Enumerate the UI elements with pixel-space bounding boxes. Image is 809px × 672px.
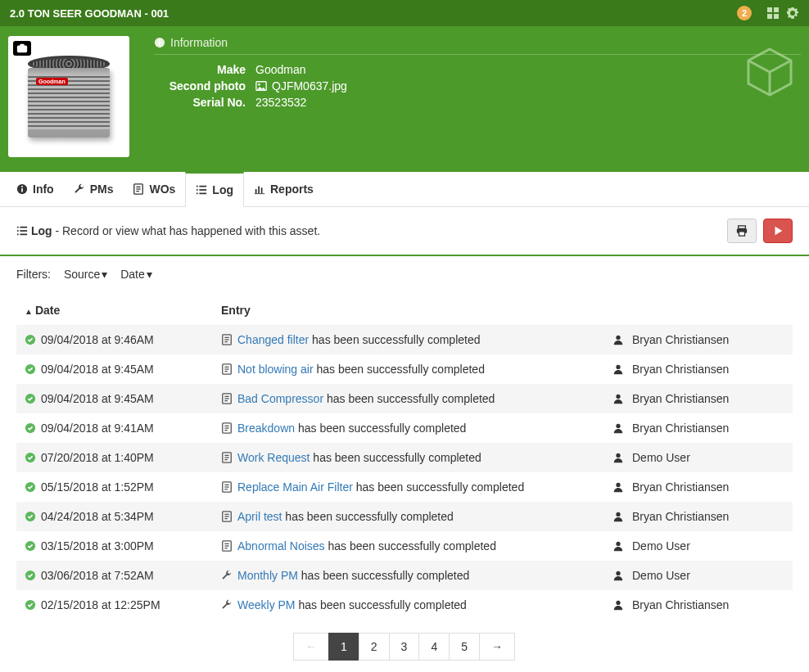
page-4[interactable]: 4 bbox=[418, 633, 450, 661]
filters-row: Filters: Source ▾ Date▾ bbox=[0, 256, 809, 292]
row-date: 04/24/2018 at 5:34PM bbox=[41, 510, 154, 523]
form-icon bbox=[221, 539, 233, 552]
log-table: ▲Date Entry 09/04/2018 at 9:46AMChanged … bbox=[16, 292, 793, 620]
row-date: 09/04/2018 at 9:46AM bbox=[41, 333, 154, 346]
form-icon bbox=[221, 480, 233, 494]
user-icon bbox=[612, 598, 624, 611]
log-subheader: Log - Record or view what has happened w… bbox=[0, 207, 809, 256]
page-next[interactable]: → bbox=[479, 633, 515, 661]
print-button[interactable] bbox=[727, 219, 757, 243]
row-user: Bryan Christiansen bbox=[632, 598, 729, 611]
gear-icon[interactable] bbox=[786, 7, 799, 20]
row-date: 05/15/2018 at 1:52PM bbox=[41, 480, 154, 494]
asset-photo[interactable]: Goodman bbox=[8, 36, 129, 157]
entry-suffix: has been successfully completed bbox=[282, 510, 453, 523]
row-user: Bryan Christiansen bbox=[632, 480, 729, 494]
tab-wos[interactable]: WOs bbox=[123, 172, 185, 206]
table-row: 02/15/2018 at 12:25PMWeekly PM has been … bbox=[16, 590, 793, 620]
filter-source[interactable]: Source ▾ bbox=[64, 268, 107, 281]
wrench-icon bbox=[221, 569, 233, 582]
qr-grid-icon[interactable] bbox=[766, 7, 780, 20]
user-icon bbox=[612, 363, 624, 376]
table-row: 09/04/2018 at 9:45AMBad Compressor has b… bbox=[16, 384, 793, 413]
check-circle-icon bbox=[25, 569, 36, 582]
image-icon bbox=[255, 80, 267, 92]
check-circle-icon bbox=[25, 451, 36, 464]
entry-suffix: has been successfully completed bbox=[353, 480, 524, 494]
info-icon bbox=[154, 37, 165, 48]
entry-link[interactable]: Not blowing air bbox=[237, 363, 314, 376]
table-row: 03/06/2018 at 7:52AMMonthly PM has been … bbox=[16, 561, 793, 590]
wrench-icon bbox=[74, 183, 85, 195]
entry-suffix: has been successfully completed bbox=[310, 451, 481, 464]
title-bar: 2.0 TON SEER GOODMAN - 001 2 bbox=[0, 0, 809, 26]
caret-down-icon: ▾ bbox=[147, 268, 152, 281]
info-heading: Information bbox=[154, 36, 801, 55]
page-prev[interactable]: ← bbox=[293, 633, 329, 661]
table-row: 09/04/2018 at 9:45AMNot blowing air has … bbox=[16, 354, 793, 384]
table-row: 09/04/2018 at 9:46AMChanged filter has b… bbox=[16, 325, 793, 354]
col-user[interactable] bbox=[604, 292, 793, 325]
filters-label: Filters: bbox=[16, 268, 51, 281]
user-icon bbox=[612, 539, 624, 552]
page-3[interactable]: 3 bbox=[389, 633, 420, 661]
second-photo-value[interactable]: QJFM0637.jpg bbox=[255, 79, 347, 92]
user-icon bbox=[612, 569, 624, 582]
page-2[interactable]: 2 bbox=[359, 633, 390, 661]
entry-suffix: has been successfully completed bbox=[295, 422, 466, 435]
row-date: 02/15/2018 at 12:25PM bbox=[41, 598, 160, 611]
entry-link[interactable]: Abnormal Noises bbox=[237, 539, 325, 552]
user-icon bbox=[612, 451, 624, 464]
play-button[interactable] bbox=[763, 219, 793, 243]
form-icon bbox=[221, 510, 233, 523]
tab-info[interactable]: Info bbox=[7, 172, 64, 206]
tab-pms[interactable]: PMs bbox=[64, 172, 124, 206]
entry-link[interactable]: April test bbox=[237, 510, 282, 523]
tab-reports[interactable]: Reports bbox=[244, 172, 323, 206]
form-icon bbox=[221, 451, 233, 464]
row-date: 09/04/2018 at 9:45AM bbox=[41, 392, 154, 405]
user-icon bbox=[612, 422, 624, 435]
make-value: Goodman bbox=[255, 63, 305, 76]
user-icon bbox=[612, 480, 624, 494]
page-5[interactable]: 5 bbox=[449, 633, 480, 661]
tab-log[interactable]: Log bbox=[185, 172, 244, 207]
row-date: 09/04/2018 at 9:45AM bbox=[41, 363, 154, 376]
entry-link[interactable]: Replace Main Air Filter bbox=[237, 480, 353, 494]
col-date[interactable]: ▲Date bbox=[16, 292, 213, 325]
entry-link[interactable]: Monthly PM bbox=[237, 569, 298, 582]
entry-link[interactable]: Changed filter bbox=[237, 333, 309, 346]
wrench-icon bbox=[221, 598, 233, 611]
make-label: Make bbox=[154, 63, 255, 76]
list-icon bbox=[16, 225, 28, 237]
entry-suffix: has been successfully completed bbox=[314, 363, 485, 376]
row-user: Bryan Christiansen bbox=[632, 333, 729, 346]
serial-value: 23523532 bbox=[255, 96, 306, 109]
table-row: 04/24/2018 at 5:34PMApril test has been … bbox=[16, 502, 793, 531]
form-icon bbox=[133, 183, 144, 195]
asset-info-panel: Goodman Information Make Goodman Second … bbox=[0, 26, 809, 172]
row-user: Bryan Christiansen bbox=[632, 510, 729, 523]
print-icon bbox=[736, 225, 748, 237]
check-circle-icon bbox=[25, 480, 36, 494]
entry-link[interactable]: Weekly PM bbox=[237, 598, 296, 611]
entry-suffix: has been successfully completed bbox=[298, 569, 469, 582]
filter-date[interactable]: Date▾ bbox=[120, 268, 152, 281]
caret-down-icon: ▾ bbox=[102, 268, 107, 281]
entry-link[interactable]: Breakdown bbox=[237, 422, 295, 435]
user-icon bbox=[612, 510, 624, 523]
row-user: Bryan Christiansen bbox=[632, 392, 729, 405]
second-photo-label: Second photo bbox=[154, 79, 255, 92]
entry-link[interactable]: Bad Compressor bbox=[237, 392, 323, 405]
play-icon bbox=[772, 225, 784, 237]
page-1[interactable]: 1 bbox=[328, 633, 359, 661]
row-user: Bryan Christiansen bbox=[632, 422, 729, 435]
table-row: 09/04/2018 at 9:41AMBreakdown has been s… bbox=[16, 413, 793, 443]
entry-suffix: has been successfully completed bbox=[309, 333, 480, 346]
subheader-title: Log bbox=[31, 224, 52, 237]
notification-badge[interactable]: 2 bbox=[737, 6, 752, 20]
row-user: Bryan Christiansen bbox=[632, 363, 729, 376]
form-icon bbox=[221, 333, 233, 346]
col-entry[interactable]: Entry bbox=[213, 292, 604, 325]
entry-link[interactable]: Work Request bbox=[237, 451, 310, 464]
